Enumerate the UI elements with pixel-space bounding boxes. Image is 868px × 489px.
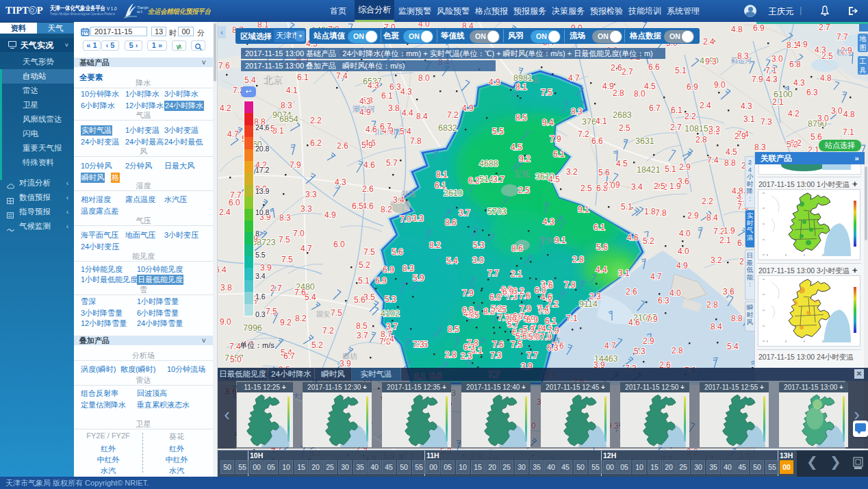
svg-text:6.1: 6.1 [553, 149, 565, 159]
svg-text:2.8: 2.8 [572, 255, 584, 264]
svg-text:3.1: 3.1 [618, 268, 630, 278]
svg-text:7.5: 7.5 [279, 235, 290, 244]
svg-text:5.1: 5.1 [621, 202, 633, 212]
svg-text:7.7: 7.7 [487, 268, 499, 278]
svg-text:7.9: 7.9 [752, 75, 763, 84]
svg-text:4.9: 4.9 [359, 108, 371, 117]
svg-text:7.4: 7.4 [336, 71, 348, 81]
svg-text:6.9: 6.9 [502, 287, 514, 297]
svg-text:7.5: 7.5 [541, 88, 552, 97]
svg-text:6.3: 6.3 [658, 296, 669, 305]
svg-text:4.3: 4.3 [815, 45, 826, 55]
svg-text:8.8: 8.8 [724, 158, 736, 168]
svg-text:2.6: 2.6 [626, 287, 637, 297]
svg-text:2.7: 2.7 [819, 23, 830, 32]
svg-text:7996: 7996 [243, 323, 262, 333]
svg-text:6.9: 6.9 [687, 82, 698, 92]
svg-text:5.1: 5.1 [675, 66, 687, 75]
svg-text:6.2: 6.2 [468, 176, 480, 186]
svg-text:6.3: 6.3 [463, 342, 475, 352]
svg-text:2.8: 2.8 [445, 350, 457, 360]
svg-text:8981: 8981 [513, 73, 533, 83]
svg-text:6.8: 6.8 [462, 305, 474, 315]
svg-text:8.2: 8.2 [295, 314, 307, 323]
svg-text:7.8: 7.8 [655, 208, 667, 218]
svg-text:9.1: 9.1 [554, 236, 566, 245]
svg-text:4.4: 4.4 [596, 265, 607, 275]
svg-text:5.4: 5.4 [400, 127, 411, 136]
svg-text:5.1: 5.1 [358, 276, 370, 286]
svg-text:3.3: 3.3 [305, 190, 317, 199]
svg-text:固安: 固安 [316, 310, 330, 318]
svg-text:4.5: 4.5 [616, 159, 628, 168]
svg-text:4.3: 4.3 [793, 78, 805, 88]
svg-text:4.9: 4.9 [676, 261, 688, 271]
svg-text:5.2: 5.2 [359, 260, 370, 270]
svg-text:6.9: 6.9 [375, 276, 387, 286]
svg-text:8.7: 8.7 [381, 329, 392, 339]
svg-text:7.4: 7.4 [537, 304, 549, 314]
svg-text:5.4: 5.4 [244, 75, 256, 85]
svg-text:4.2: 4.2 [220, 103, 231, 113]
svg-text:5.6: 5.6 [596, 242, 608, 252]
svg-text:6.5: 6.5 [352, 201, 363, 211]
svg-text:1.8: 1.8 [644, 207, 656, 216]
svg-text:3.7: 3.7 [357, 331, 368, 340]
svg-text:4.8: 4.8 [731, 25, 743, 34]
svg-text:4.5: 4.5 [726, 147, 737, 157]
svg-text:3.3: 3.3 [412, 214, 424, 223]
svg-text:6.1: 6.1 [671, 105, 682, 115]
svg-text:5.4: 5.4 [446, 256, 458, 266]
svg-text:5.6: 5.6 [515, 331, 527, 341]
svg-text:1.9: 1.9 [669, 181, 681, 191]
svg-text:3.9: 3.9 [340, 359, 351, 368]
svg-text:7.1: 7.1 [566, 314, 578, 323]
svg-text:2.9: 2.9 [735, 131, 746, 141]
svg-text:3.0: 3.0 [472, 255, 484, 265]
svg-text:4.9: 4.9 [324, 210, 336, 220]
svg-text:3.8: 3.8 [220, 283, 232, 292]
svg-text:7.2: 7.2 [578, 129, 589, 139]
svg-text:8.3: 8.3 [403, 264, 414, 273]
svg-text:7.2: 7.2 [322, 326, 334, 336]
svg-text:5.2: 5.2 [787, 140, 798, 149]
svg-text:9.3: 9.3 [705, 57, 717, 66]
svg-text:4.5: 4.5 [548, 175, 560, 184]
svg-text:6.7: 6.7 [283, 351, 295, 361]
svg-text:4.6: 4.6 [627, 233, 639, 242]
svg-text:5.0: 5.0 [230, 355, 242, 364]
svg-text:2.8: 2.8 [695, 135, 707, 145]
svg-text:6.9: 6.9 [526, 315, 538, 325]
svg-text:8.3: 8.3 [281, 101, 292, 110]
svg-text:5.3: 5.3 [473, 240, 485, 250]
svg-text:7.5: 7.5 [266, 307, 277, 316]
svg-text:4.1: 4.1 [286, 86, 298, 95]
svg-text:5.4: 5.4 [305, 292, 316, 302]
svg-text:2.9: 2.9 [687, 211, 699, 221]
svg-text:2.7: 2.7 [270, 284, 282, 293]
svg-text:7.8: 7.8 [410, 136, 422, 146]
svg-text:6.7: 6.7 [380, 122, 392, 131]
svg-text:5.2: 5.2 [643, 236, 654, 246]
svg-text:2.7: 2.7 [622, 67, 633, 77]
svg-text:4.0: 4.0 [669, 288, 681, 298]
svg-text:4.7: 4.7 [650, 272, 662, 281]
svg-text:9.0: 9.0 [220, 317, 231, 327]
svg-text:3631: 3631 [635, 136, 654, 146]
svg-text:6.1: 6.1 [435, 181, 446, 190]
svg-text:1.9: 1.9 [724, 226, 735, 236]
svg-text:2.9: 2.9 [643, 336, 654, 346]
svg-text:9.2: 9.2 [519, 154, 531, 164]
svg-text:4.0: 4.0 [679, 229, 691, 238]
svg-text:7.9: 7.9 [462, 288, 474, 298]
svg-text:7.2: 7.2 [447, 110, 459, 120]
svg-text:8.8: 8.8 [731, 314, 743, 323]
svg-text:5.3: 5.3 [385, 294, 396, 304]
svg-text:2.5: 2.5 [518, 186, 530, 195]
svg-text:7.1: 7.1 [765, 66, 777, 75]
svg-text:4.3: 4.3 [368, 81, 379, 90]
svg-text:6.0: 6.0 [333, 240, 345, 249]
svg-text:9.4: 9.4 [542, 118, 554, 127]
svg-text:7.1: 7.1 [843, 127, 854, 137]
svg-text:6.1: 6.1 [593, 223, 605, 232]
